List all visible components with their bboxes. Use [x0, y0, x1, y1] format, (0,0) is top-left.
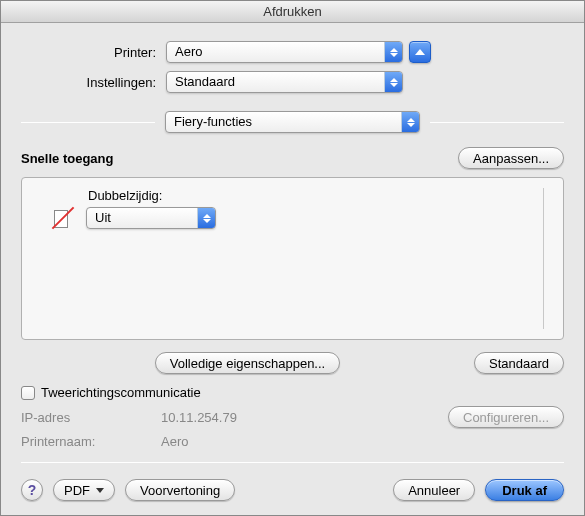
pdf-menu-label: PDF [64, 483, 90, 498]
presets-label: Instellingen: [21, 75, 166, 90]
full-properties-button[interactable]: Volledige eigenschappen... [155, 352, 340, 374]
twoway-checkbox[interactable]: Tweerichtingscommunicatie [21, 385, 201, 400]
pdf-menu-button[interactable]: PDF [53, 479, 115, 501]
printername-value: Aero [161, 434, 188, 449]
disclosure-toggle-button[interactable] [409, 41, 431, 63]
help-button[interactable]: ? [21, 479, 43, 501]
preview-button[interactable]: Voorvertoning [125, 479, 235, 501]
ip-row: IP-adres 10.11.254.79 Configureren... [21, 406, 564, 428]
ip-value: 10.11.254.79 [161, 410, 237, 425]
panel-scrollbar[interactable] [543, 188, 551, 329]
standard-button[interactable]: Standaard [474, 352, 564, 374]
pane-select[interactable]: Fiery-functies [165, 111, 420, 133]
duplex-off-icon [50, 208, 76, 228]
printer-select-value: Aero [175, 42, 378, 62]
pane-divider: Fiery-functies [21, 111, 564, 133]
props-button-row: Volledige eigenschappen... Standaard [21, 352, 564, 374]
triangle-up-icon [415, 49, 425, 55]
triangle-down-icon [96, 488, 104, 493]
duplex-label: Dubbelzijdig: [88, 188, 537, 203]
quick-access-header: Snelle toegang Aanpassen... [21, 147, 564, 169]
ip-label: IP-adres [21, 410, 161, 425]
printer-label: Printer: [21, 45, 166, 60]
printername-row: Printernaam: Aero [21, 434, 564, 449]
quick-access-title: Snelle toegang [21, 151, 458, 166]
updown-arrows-icon [197, 208, 215, 228]
duplex-select[interactable]: Uit [86, 207, 216, 229]
cancel-button[interactable]: Annuleer [393, 479, 475, 501]
presets-select-value: Standaard [175, 72, 378, 92]
configure-button[interactable]: Configureren... [448, 406, 564, 428]
presets-select[interactable]: Standaard [166, 71, 403, 93]
twoway-label: Tweerichtingscommunicatie [41, 385, 201, 400]
presets-row: Instellingen: Standaard [21, 71, 564, 93]
dialog-content: Printer: Aero Instellingen: Standaard [1, 23, 584, 515]
footer-divider [21, 462, 564, 463]
pane-select-value: Fiery-functies [174, 112, 395, 132]
printername-label: Printernaam: [21, 434, 161, 449]
printer-row: Printer: Aero [21, 41, 564, 63]
print-button[interactable]: Druk af [485, 479, 564, 501]
quick-access-panel: Dubbelzijdig: Uit [21, 177, 564, 340]
updown-arrows-icon [384, 72, 402, 92]
window-title: Afdrukken [1, 1, 584, 23]
print-dialog: Afdrukken Printer: Aero Instellingen: St… [0, 0, 585, 516]
updown-arrows-icon [401, 112, 419, 132]
twoway-row: Tweerichtingscommunicatie [21, 385, 564, 400]
customize-button[interactable]: Aanpassen... [458, 147, 564, 169]
updown-arrows-icon [384, 42, 402, 62]
dialog-footer: ? PDF Voorvertoning Annuleer Druk af [21, 471, 564, 501]
printer-select[interactable]: Aero [166, 41, 403, 63]
duplex-select-value: Uit [95, 208, 191, 228]
